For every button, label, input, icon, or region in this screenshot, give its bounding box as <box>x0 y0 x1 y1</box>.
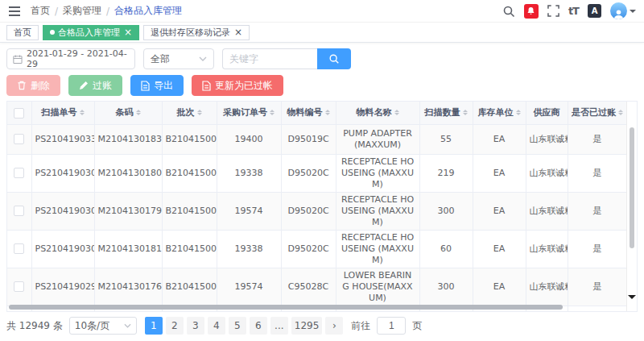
cell-batch: B210415001 <box>162 268 217 306</box>
col-material-name[interactable]: 物料名称 <box>336 102 419 124</box>
search-icon[interactable] <box>502 5 515 18</box>
cell-stock-unit: EA <box>473 192 526 230</box>
document-icon <box>202 81 211 91</box>
date-range-picker[interactable]: 2021-01-29 - 2021-04-29 <box>6 48 135 69</box>
sort-caret-icon <box>325 107 330 118</box>
col-batch[interactable]: 批次 <box>162 102 217 124</box>
close-icon[interactable]: × <box>234 27 242 37</box>
table-row[interactable]: PS210419030 M2104130181 B210415001 19338… <box>7 230 627 268</box>
sort-caret-icon <box>80 107 85 118</box>
cell-scan-qty: 300 <box>419 192 473 230</box>
row-checkbox[interactable] <box>14 206 24 216</box>
select-all-cell <box>7 102 31 124</box>
category-select[interactable]: 全部 <box>143 48 214 69</box>
breadcrumb-purchase-mgmt[interactable]: 采购管理 <box>63 4 101 18</box>
tab-qualified-inbound[interactable]: 合格品入库管理 × <box>43 25 139 40</box>
chevron-down-icon <box>630 10 636 16</box>
cell-scan-no: PS210419030 <box>31 230 94 268</box>
keyword-input[interactable] <box>222 48 317 69</box>
page-size-select[interactable]: 10条/页 <box>69 317 137 335</box>
goto-page-input[interactable] <box>377 317 406 335</box>
col-barcode[interactable]: 条码 <box>94 102 162 124</box>
hamburger-menu-icon[interactable] <box>8 6 21 17</box>
next-page-button[interactable]: › <box>325 317 343 335</box>
cell-barcode: M2104130181 <box>94 230 162 268</box>
breadcrumb-home[interactable]: 首页 <box>31 4 50 18</box>
row-checkbox[interactable] <box>14 243 24 254</box>
col-posted[interactable]: 是否已过账 <box>568 102 627 124</box>
horizontal-scrollbar-thumb[interactable] <box>9 305 563 310</box>
row-checkbox[interactable] <box>14 134 24 144</box>
vertical-scrollbar-thumb[interactable] <box>630 127 634 248</box>
post-button[interactable]: 过账 <box>68 75 122 96</box>
page-button[interactable]: 5 <box>229 317 246 335</box>
update-posted-button[interactable]: 更新为已过帐 <box>192 75 283 96</box>
pen-icon <box>79 81 89 90</box>
cell-material-name: PUMP ADAPTER (MAXXUM) <box>336 124 419 154</box>
cell-stock-unit: EA <box>473 268 526 306</box>
sort-caret-icon <box>618 107 623 118</box>
fullscreen-icon[interactable] <box>547 5 559 17</box>
tab-label: 首页 <box>14 27 31 39</box>
search-button[interactable] <box>317 48 351 69</box>
sort-caret-icon <box>394 107 399 118</box>
avatar <box>610 2 627 19</box>
table-header-row: 扫描单号 条码 批次 采购订单号 物料编号 物料名称 扫描数量 库存单位 供应商… <box>7 102 627 124</box>
main-content: 2021-01-29 - 2021-04-29 全部 删除 过账 <box>0 43 644 341</box>
cell-barcode: M2104130179 <box>94 192 162 230</box>
cell-material-name: RECEPTACLE HOUSEING (MAXXUM) <box>336 230 419 268</box>
col-material-no[interactable]: 物料编号 <box>281 102 336 124</box>
row-checkbox[interactable] <box>14 168 24 178</box>
cell-material-no: C95028C <box>281 268 336 306</box>
language-switch-icon[interactable]: A <box>588 4 601 18</box>
col-supplier[interactable]: 供应商 <box>526 102 568 124</box>
sort-caret-icon <box>136 107 141 118</box>
page-button[interactable]: 4 <box>208 317 225 335</box>
notification-badge-icon[interactable] <box>524 4 539 19</box>
action-button-row: 删除 过账 导出 更新为已过帐 <box>6 75 638 96</box>
table-row[interactable]: PS210419033 M2104130183 B210415001 19400… <box>7 124 627 154</box>
pager: 1 2 3 4 5 6 ... 1295 › <box>143 317 345 335</box>
select-all-checkbox[interactable] <box>14 108 24 119</box>
user-menu[interactable] <box>610 2 636 19</box>
cell-scan-no: PS210419029 <box>31 268 94 306</box>
table-row[interactable]: PS210419029 M2104130176 B210415001 19574… <box>7 268 627 306</box>
cell-posted: 是 <box>568 154 627 192</box>
page-button[interactable]: 1 <box>145 317 163 335</box>
table-row[interactable]: PS210419030 M2104130179 B210415001 19574… <box>7 192 627 230</box>
tab-home[interactable]: 首页 <box>6 25 39 40</box>
cell-scan-qty: 300 <box>419 268 473 306</box>
tab-return-seal-records[interactable]: 退供封存区移动记录 × <box>143 25 250 40</box>
active-dot-icon <box>50 30 55 35</box>
font-size-icon[interactable]: tT <box>568 5 579 17</box>
cell-scan-qty: 219 <box>419 154 473 192</box>
close-icon[interactable]: × <box>124 27 132 37</box>
col-po-no[interactable]: 采购订单号 <box>217 102 281 124</box>
sort-caret-icon <box>197 107 202 118</box>
tags-view-bar: 首页 合格品入库管理 × 退供封存区移动记录 × <box>0 23 644 43</box>
checkbox-cell <box>7 154 31 192</box>
cell-material-no: D95020C <box>281 154 336 192</box>
cell-posted: 是 <box>568 230 627 268</box>
tab-label: 退供封存区移动记录 <box>151 27 230 39</box>
app-window: 首页 / 采购管理 / 合格品入库管理 tT A <box>0 0 644 341</box>
col-stock-unit[interactable]: 库存单位 <box>473 102 526 124</box>
more-pages-button[interactable]: ... <box>270 317 288 335</box>
page-button[interactable]: 6 <box>250 317 267 335</box>
page-button[interactable]: 1295 <box>291 317 323 335</box>
cell-scan-no: PS210419030 <box>31 192 94 230</box>
export-button[interactable]: 导出 <box>130 75 184 96</box>
vertical-scrollbar[interactable] <box>626 102 637 311</box>
delete-button[interactable]: 删除 <box>6 75 60 96</box>
navbar-actions: tT A <box>502 2 636 19</box>
cell-scan-no: PS210419033 <box>31 124 94 154</box>
checkbox-cell <box>7 230 31 268</box>
table-row[interactable]: PS210419030 M2104130180 B210415001 19338… <box>7 154 627 192</box>
col-scan-no[interactable]: 扫描单号 <box>31 102 94 124</box>
scrollbar-down-arrow-icon[interactable] <box>628 295 636 303</box>
col-scan-qty[interactable]: 扫描数量 <box>419 102 473 124</box>
cell-supplier: 山东联诚精 <box>526 192 568 230</box>
page-button[interactable]: 3 <box>187 317 204 335</box>
page-button[interactable]: 2 <box>166 317 184 335</box>
row-checkbox[interactable] <box>14 281 24 292</box>
